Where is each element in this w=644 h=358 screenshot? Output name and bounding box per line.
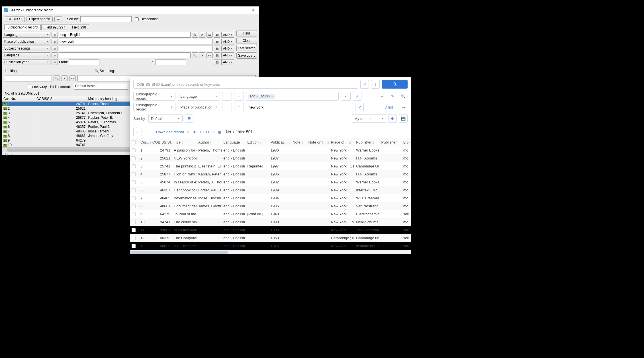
select-all-checkbox[interactable] [132,140,136,144]
settings-icon[interactable]: ⚙ [388,114,397,123]
limiting-input[interactable] [5,75,52,81]
clear-button[interactable]: Clear [236,38,257,44]
filter-icon[interactable]: ⎚ [52,52,58,58]
view-icon[interactable]: 👁 [193,130,197,134]
value-input[interactable] [59,52,191,58]
column-header[interactable]: Edition⇅ [246,138,269,146]
help-icon[interactable]: ? [371,80,380,89]
id-list-button[interactable]: ID list [380,103,397,111]
filter-value-chevron[interactable]: ▼ [341,92,351,101]
plus-100-button[interactable]: + 100 [199,130,209,134]
table-row[interactable]: 13100629IEEE transactioeng - English1975… [130,242,411,250]
tab-field-998[interactable]: Field 998 [69,24,89,30]
clear-icon[interactable]: ✕ [199,52,205,58]
table-row[interactable]: 225621NEW York obseng - English1987New Y… [130,154,411,162]
edit-icon[interactable]: ✎ [187,130,190,134]
grid-icon[interactable]: ▦ [218,130,221,134]
filter-icon[interactable]: ⎚ [52,59,58,65]
column-header[interactable]: Bib⇅ [402,138,411,146]
sort-by-select[interactable] [80,16,132,22]
table-row[interactable]: 12100373The Computereng - English1958Cam… [130,234,411,242]
aa-icon[interactable]: AB [207,52,213,58]
column-header[interactable]: Title⇅ [172,138,197,146]
value-input[interactable] [59,39,213,44]
table-row[interactable]: 964279Journal of theeng - English[Print … [130,210,411,218]
column-header[interactable]: Publisher⇅ [354,138,379,146]
to-input[interactable] [156,59,186,65]
operator-select[interactable]: AND▼ [221,46,234,51]
field-select[interactable]: Publication year▼ [3,59,50,65]
filter-value-input[interactable]: eng - English✕ [246,92,339,101]
row-checkbox[interactable] [132,180,136,184]
list-icon[interactable]: ▤ [214,46,220,51]
operator-chevron[interactable]: ▼ [234,92,244,101]
field-select[interactable]: Language▼ [178,92,220,101]
column-header[interactable]: Author⇅ [197,138,222,146]
list-icon[interactable]: ▤ [214,52,220,58]
operator-select[interactable]: AND▼ [221,32,234,38]
table-row[interactable]: 425877High on New YKaplan, Peter Beng - … [130,170,411,178]
operator-select[interactable]: = [222,92,232,101]
download-record-button[interactable]: Download record [156,130,184,134]
limiting-aa-icon[interactable]: AB [69,75,76,81]
table-row[interactable]: 748405Information teInose, Hiroshieng - … [130,194,411,202]
column-header[interactable]: Cur...⇅ [139,138,151,146]
operator-select[interactable]: AND▼ [221,52,234,58]
list-icon[interactable]: ▤ [214,32,220,38]
operator-select[interactable]: AND▼ [221,59,234,65]
star-icon[interactable]: ☆ [212,130,215,134]
sort-direction-icon[interactable]: ☰ [185,114,193,123]
row-checkbox[interactable] [132,244,136,248]
save-query-button[interactable]: Save query [236,52,257,59]
row-checkbox[interactable] [132,172,136,176]
filter-icon[interactable]: ⎚ [52,46,58,51]
table-row[interactable]: 545074In search of exPeters, J. Thomeng … [130,178,411,186]
row-checkbox[interactable] [132,188,136,192]
arrow-button[interactable]: ⇒ [54,16,62,22]
hitlist-format-select[interactable]: Default format [74,84,128,90]
column-header[interactable]: Publicati...⇅ [269,138,291,146]
search-input[interactable]: COBISS.SI-ID (izum) or expert search or … [133,80,358,89]
arrow-button[interactable]: ⇒ [399,103,408,111]
tab-field-996[interactable]: Field 996/997 [41,24,68,30]
field-select[interactable]: Language▼ [3,52,50,58]
find-button[interactable]: Find [236,30,257,36]
row-checkbox[interactable] [132,236,136,240]
lookup-icon[interactable]: 🔍 [192,52,198,58]
add-filter-icon[interactable]: ＋ [377,92,386,101]
column-header[interactable]: Publisher'...⇅ [379,138,401,146]
linewrap-checkbox[interactable] [28,85,31,88]
field-select[interactable]: Place of publication▼ [3,39,50,44]
expand-icon[interactable]: ⤢ [360,80,369,89]
column-header[interactable]: Note⇅ [291,138,306,146]
column-header[interactable]: Place of ...⇅ [329,138,354,146]
expert-search-button[interactable]: Expert search [26,16,53,22]
my-queries-select[interactable]: My queries▼ [352,114,386,123]
row-checkbox[interactable] [132,164,136,168]
table-row[interactable]: 848661Document datJames, Geoffreeng - En… [130,202,411,210]
column-header[interactable]: Note on f...⇅ [306,138,329,146]
db-button[interactable]: COBIB.SI [5,16,25,22]
field-select[interactable]: Place of publication▼ [178,103,220,111]
row-checkbox[interactable] [132,156,136,160]
expand-filter-icon[interactable]: ⤢ [355,103,364,111]
save-icon[interactable]: 💾 [399,114,408,123]
tab-bibliographic[interactable]: Bibliographic record [4,24,41,30]
column-header[interactable]: Language⇅ [222,138,246,146]
list-icon[interactable]: ▤ [214,39,220,44]
from-input[interactable] [69,59,99,65]
list-icon[interactable]: ▤ [214,59,220,65]
operator-select[interactable]: = [222,103,232,111]
modern-horizontal-scrollbar[interactable] [130,250,411,254]
aa-icon[interactable]: AB [207,32,213,38]
edit-filter-icon[interactable]: ✎ [388,92,397,101]
operator-chevron[interactable]: ▼ [234,103,244,111]
row-checkbox[interactable] [132,148,136,152]
descending-checkbox[interactable] [135,17,139,21]
table-row[interactable]: 1094741The online seaeng - English1990Ne… [130,218,411,226]
clear-icon[interactable]: ✕ [199,32,205,38]
field-select[interactable]: Language▼ [3,32,50,38]
more-actions-icon[interactable]: ⋯ [133,128,142,136]
value-input[interactable] [59,46,213,51]
row-checkbox[interactable] [132,196,136,200]
